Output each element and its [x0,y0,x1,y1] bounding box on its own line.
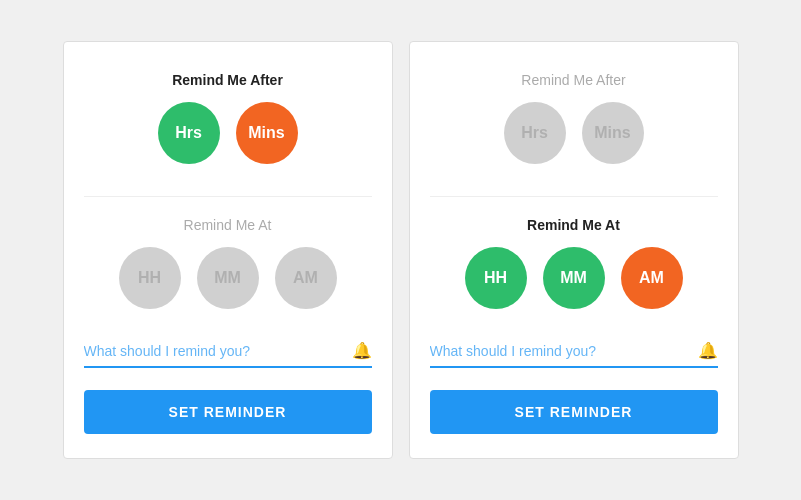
card2-bell-icon: 🔔 [698,341,718,360]
card1-mm-circle[interactable]: MM [197,247,259,309]
card-remind-at: Remind Me After Hrs Mins Remind Me At HH… [409,41,739,459]
card2-am-circle[interactable]: AM [621,247,683,309]
card2-at-circles: HH MM AM [465,247,683,309]
card2-after-circles: Hrs Mins [504,102,644,164]
panels-container: Remind Me After Hrs Mins Remind Me At HH… [43,21,759,479]
card1-section1-title: Remind Me After [172,72,283,88]
card1-hrs-circle[interactable]: Hrs [158,102,220,164]
card1-input-row: 🔔 [84,341,372,368]
card1-mins-circle[interactable]: Mins [236,102,298,164]
card2-set-reminder-button[interactable]: SET REMINDER [430,390,718,434]
card1-at-circles: HH MM AM [119,247,337,309]
card1-set-reminder-button[interactable]: SET REMINDER [84,390,372,434]
card2-mm-circle[interactable]: MM [543,247,605,309]
card2-input-row: 🔔 [430,341,718,368]
card1-bell-icon: 🔔 [352,341,372,360]
card2-hh-circle[interactable]: HH [465,247,527,309]
card2-hrs-circle[interactable]: Hrs [504,102,566,164]
card1-section2-title: Remind Me At [184,217,272,233]
card2-reminder-input[interactable] [430,343,692,359]
card1-after-circles: Hrs Mins [158,102,298,164]
card1-am-circle[interactable]: AM [275,247,337,309]
card2-mins-circle[interactable]: Mins [582,102,644,164]
card1-hh-circle[interactable]: HH [119,247,181,309]
card2-section2-title: Remind Me At [527,217,620,233]
card-remind-after: Remind Me After Hrs Mins Remind Me At HH… [63,41,393,459]
card2-divider [430,196,718,197]
card2-section1-title: Remind Me After [521,72,625,88]
card1-reminder-input[interactable] [84,343,346,359]
card1-divider [84,196,372,197]
